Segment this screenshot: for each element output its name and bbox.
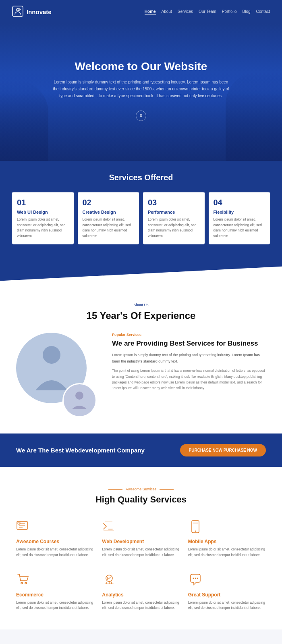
service-title-2: Creative Design [83,210,135,215]
popular-label: Popular Services [112,333,266,337]
service-text-2: Lorem ipsum dolor sit amet, consectetuer… [83,217,135,239]
courses-icon [16,519,94,536]
hero-content: Welcome to Our Website Lorem Ipsum is si… [52,60,230,99]
hqs-section-label: Awesome Services [16,487,266,491]
about-sub-heading: We are Providing Best Services for Busin… [112,339,266,348]
navigation: Innovate Home About Services Our Team Po… [0,0,282,24]
service-text-4: Lorem ipsum dolor sit amet, consectetuer… [214,217,265,239]
about-label: About Us [16,303,266,307]
hero-description: Lorem Ipsum is simply dummy text of the … [52,79,230,99]
logo-icon [12,6,23,18]
support-icon [188,573,266,589]
hqs-text-0: Lorem ipsum dolor sit amet, consectetur … [16,547,94,558]
hqs-item-ecommerce: Ecommerce Lorem ipsum dolor sit amet, co… [16,570,94,613]
service-num-1: 01 [17,198,69,207]
banner-text: We Are The Best Webdevelopment Company [16,447,145,454]
service-card-2: 02 Creative Design Lorem ipsum dolor sit… [78,191,139,244]
services-cards-grid: 01 Web UI Design Lorem ipsum dolor sit a… [12,191,270,244]
nav-links: Home About Services Our Team Portfolio B… [145,9,270,15]
ecommerce-icon [16,573,94,589]
hero-title: Welcome to Our Website [52,60,230,73]
hero-section: Welcome to Our Website Lorem Ipsum is si… [0,24,282,161]
hqs-item-great-support: Great Support Lorem ipsum dolor sit amet… [188,570,266,613]
service-num-2: 02 [83,198,135,207]
svg-point-3 [75,392,83,400]
about-image-area [16,333,101,417]
svg-point-13 [21,582,23,584]
svg-point-21 [195,577,196,579]
cta-banner: We Are The Best Webdevelopment Company P… [0,434,282,467]
hqs-title-2: Mobile Apps [188,539,266,544]
hqs-grid: Awesome Courses Lorem ipsum dolor sit am… [16,517,266,613]
hqs-title-1: Web Development [102,539,180,544]
svg-point-11 [195,531,196,532]
hqs-title-3: Ecommerce [16,592,94,598]
service-card-3: 03 Performance Lorem ipsum dolor sit ame… [143,191,205,244]
svg-rect-0 [12,6,23,17]
service-num-3: 03 [148,198,200,207]
service-text-1: Lorem ipsum dolor sit amet, consectetuer… [17,217,69,239]
services-offered-heading: Services Offered [12,173,270,182]
svg-point-20 [193,577,194,579]
hqs-heading: High Quality Services [16,494,266,505]
about-heading: 15 Year's Of Experience [16,310,266,321]
hqs-text-2: Lorem ipsum dolor sit amet, consectetur … [188,547,266,558]
hqs-title-0: Awesome Courses [16,539,94,544]
service-card-4: 04 Flexibility Lorem ipsum dolor sit ame… [209,191,270,244]
hqs-section: Awesome Services High Quality Services A… [0,467,282,629]
service-text-3: Lorem ipsum dolor sit amet, consectetuer… [148,217,200,239]
about-section: About Us 15 Year's Of Experience Popu [0,281,282,434]
web-dev-icon [102,519,180,536]
purchase-now-button[interactable]: PURCHASE NOW PURCHASE NOW [180,444,266,456]
hqs-title-5: Great Support [188,592,266,598]
svg-point-1 [17,8,19,11]
nav-blog[interactable]: Blog [243,9,251,15]
service-num-4: 04 [214,198,265,207]
svg-point-14 [25,582,27,584]
about-para2: The point of using Lorem Ipsum is that i… [112,368,266,391]
hqs-text-5: Lorem ipsum dolor sit amet, consectetur … [188,600,266,611]
service-title-1: Web UI Design [17,210,69,215]
nav-team[interactable]: Our Team [199,9,216,15]
about-content: Popular Services We are Providing Best S… [16,333,266,417]
nav-portfolio[interactable]: Portfolio [222,9,237,15]
about-para1: Lorem Ipsum is simply dummy text of the … [112,352,266,365]
team-section: Our Team Meet Our Professional Team Andr… [0,629,282,644]
brand-name: Innovate [27,8,52,15]
nav-contact[interactable]: Contact [256,9,270,15]
service-title-4: Flexibility [214,210,265,215]
about-small-circle [62,383,97,417]
mobile-icon [188,519,266,536]
services-offered-section: Services Offered 01 Web UI Design Lorem … [0,161,282,281]
svg-point-22 [197,577,198,579]
nav-home[interactable]: Home [145,9,156,15]
nav-about[interactable]: About [162,9,172,15]
hqs-item-analytics: Analytics Lorem ipsum dolor sit amet, co… [102,570,180,613]
hqs-text-3: Lorem ipsum dolor sit amet, consectetur … [16,600,94,611]
service-title-3: Performance [148,210,200,215]
hqs-text-1: Lorem ipsum dolor sit amet, consectetur … [102,547,180,558]
analytics-icon [102,573,180,589]
hqs-text-4: Lorem ipsum dolor sit amet, consectetur … [102,600,180,611]
svg-point-2 [43,346,60,364]
hqs-item-mobile-apps: Mobile Apps Lorem ipsum dolor sit amet, … [188,517,266,560]
hqs-item-web-development: Web Development Lorem ipsum dolor sit am… [102,517,180,560]
svg-rect-4 [17,521,27,529]
about-text-area: Popular Services We are Providing Best S… [112,333,266,391]
service-card-1: 01 Web UI Design Lorem ipsum dolor sit a… [12,191,74,244]
hqs-title-4: Analytics [102,592,180,598]
logo[interactable]: Innovate [12,6,52,18]
hqs-item-awesome-courses: Awesome Courses Lorem ipsum dolor sit am… [16,517,94,560]
hero-scroll-indicator[interactable]: 0 [136,110,146,121]
nav-services[interactable]: Services [178,9,193,15]
